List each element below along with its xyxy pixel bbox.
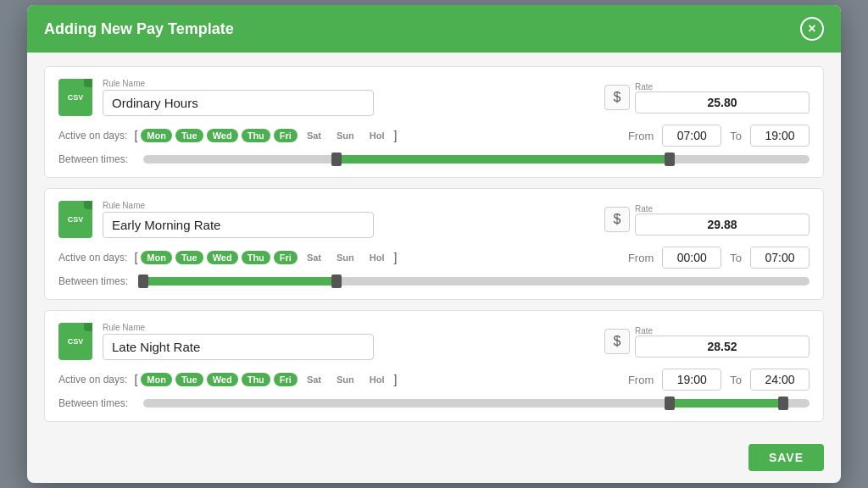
day-pill-late-night-sun[interactable]: Sun <box>331 373 360 386</box>
active-days-label-ordinary-hours: Active on days: <box>58 130 127 141</box>
day-pill-early-morning-sat[interactable]: Sat <box>301 251 327 264</box>
from-label-ordinary-hours: From <box>628 130 654 142</box>
csv-icon-late-night: CSV <box>58 323 92 360</box>
slider-fill-early-morning <box>143 277 337 286</box>
rate-value-ordinary-hours[interactable] <box>635 92 810 114</box>
day-pill-early-morning-thu[interactable]: Thu <box>242 251 270 264</box>
bracket-close-early-morning: ] <box>394 251 398 264</box>
days-group-late-night: [MonTueWedThuFriSatSunHol] <box>134 373 397 386</box>
rate-box-late-night: Rate <box>635 326 810 358</box>
dollar-icon-ordinary-hours: $ <box>604 85 630 110</box>
modal-footer: SAVE <box>27 435 841 483</box>
name-group-early-morning: Rule Name <box>103 201 594 238</box>
slider-thumb2-ordinary-hours[interactable] <box>665 152 675 166</box>
dollar-icon-early-morning: $ <box>604 207 630 232</box>
day-pill-ordinary-hours-hol[interactable]: Hol <box>364 129 391 142</box>
rate-value-early-morning[interactable] <box>635 214 810 236</box>
between-label-ordinary-hours: Between times: <box>58 153 135 165</box>
day-pill-late-night-mon[interactable]: Mon <box>141 373 172 386</box>
name-input-ordinary-hours[interactable] <box>103 90 374 116</box>
rule-top-early-morning: CSVRule Name$Rate <box>58 201 810 238</box>
day-pill-ordinary-hours-sat[interactable]: Sat <box>301 129 327 142</box>
days-group-early-morning: [MonTueWedThuFriSatSunHol] <box>134 251 397 264</box>
days-row-ordinary-hours: Active on days:[MonTueWedThuFriSatSunHol… <box>58 125 810 147</box>
day-pill-early-morning-tue[interactable]: Tue <box>175 251 203 264</box>
between-label-early-morning: Between times: <box>58 275 135 287</box>
rate-box-ordinary-hours: Rate <box>635 82 810 114</box>
to-input-early-morning[interactable] <box>750 247 810 269</box>
day-pill-late-night-sat[interactable]: Sat <box>301 373 327 386</box>
from-label-early-morning: From <box>628 252 654 264</box>
name-label-early-morning: Rule Name <box>103 201 594 210</box>
between-row-ordinary-hours: Between times: <box>58 153 810 165</box>
day-pill-early-morning-sun[interactable]: Sun <box>331 251 360 264</box>
day-pill-ordinary-hours-thu[interactable]: Thu <box>242 129 270 142</box>
name-input-late-night[interactable] <box>103 334 374 360</box>
slider-fill-ordinary-hours <box>337 155 670 164</box>
modal-body: CSVRule Name$RateActive on days:[MonTueW… <box>27 53 841 435</box>
rate-value-late-night[interactable] <box>635 336 810 358</box>
to-label-early-morning: To <box>730 252 742 264</box>
days-row-early-morning: Active on days:[MonTueWedThuFriSatSunHol… <box>58 247 810 269</box>
day-pill-ordinary-hours-mon[interactable]: Mon <box>141 129 172 142</box>
time-section-late-night: FromTo <box>628 369 810 391</box>
from-input-early-morning[interactable] <box>662 247 721 269</box>
day-pill-late-night-thu[interactable]: Thu <box>242 373 270 386</box>
name-group-late-night: Rule Name <box>103 323 594 360</box>
bracket-open-early-morning: [ <box>134 251 137 264</box>
between-row-early-morning: Between times: <box>58 275 810 287</box>
day-pill-early-morning-mon[interactable]: Mon <box>141 251 172 264</box>
day-pill-early-morning-hol[interactable]: Hol <box>364 251 391 264</box>
slider-track-early-morning[interactable] <box>143 277 810 286</box>
rule-card-late-night: CSVRule Name$RateActive on days:[MonTueW… <box>44 310 824 422</box>
days-row-late-night: Active on days:[MonTueWedThuFriSatSunHol… <box>58 369 810 391</box>
rate-group-ordinary-hours: $Rate <box>604 82 810 114</box>
rate-label-ordinary-hours: Rate <box>635 82 810 92</box>
to-input-ordinary-hours[interactable] <box>750 125 810 147</box>
name-group-ordinary-hours: Rule Name <box>103 79 594 116</box>
rate-box-early-morning: Rate <box>635 204 810 236</box>
time-section-ordinary-hours: FromTo <box>628 125 810 147</box>
bracket-close-late-night: ] <box>394 373 398 386</box>
slider-thumb2-late-night[interactable] <box>778 396 788 410</box>
slider-fill-late-night <box>670 399 783 408</box>
rate-label-early-morning: Rate <box>635 204 810 214</box>
rate-group-early-morning: $Rate <box>604 204 810 236</box>
rule-top-late-night: CSVRule Name$Rate <box>58 323 810 360</box>
to-input-late-night[interactable] <box>750 369 810 391</box>
save-button[interactable]: SAVE <box>748 444 824 471</box>
between-label-late-night: Between times: <box>58 397 135 409</box>
rule-card-early-morning: CSVRule Name$RateActive on days:[MonTueW… <box>44 188 824 300</box>
name-label-ordinary-hours: Rule Name <box>103 79 594 88</box>
slider-track-ordinary-hours[interactable] <box>143 155 810 164</box>
bracket-close-ordinary-hours: ] <box>394 129 398 142</box>
slider-thumb2-early-morning[interactable] <box>331 274 342 288</box>
modal-header: Adding New Pay Template × <box>27 5 841 53</box>
day-pill-ordinary-hours-fri[interactable]: Fri <box>274 129 298 142</box>
day-pill-late-night-tue[interactable]: Tue <box>175 373 203 386</box>
time-section-early-morning: FromTo <box>628 247 810 269</box>
day-pill-ordinary-hours-wed[interactable]: Wed <box>207 129 238 142</box>
from-input-late-night[interactable] <box>662 369 721 391</box>
name-input-early-morning[interactable] <box>103 212 374 238</box>
close-button[interactable]: × <box>800 17 824 41</box>
from-label-late-night: From <box>628 374 654 386</box>
bracket-open-late-night: [ <box>134 373 137 386</box>
from-input-ordinary-hours[interactable] <box>662 125 721 147</box>
slider-thumb1-ordinary-hours[interactable] <box>331 152 342 166</box>
day-pill-ordinary-hours-sun[interactable]: Sun <box>331 129 360 142</box>
day-pill-early-morning-fri[interactable]: Fri <box>274 251 298 264</box>
rule-top-ordinary-hours: CSVRule Name$Rate <box>58 79 810 116</box>
slider-track-late-night[interactable] <box>143 399 810 408</box>
rule-card-ordinary-hours: CSVRule Name$RateActive on days:[MonTueW… <box>44 66 824 178</box>
day-pill-late-night-wed[interactable]: Wed <box>207 373 238 386</box>
day-pill-ordinary-hours-tue[interactable]: Tue <box>175 129 203 142</box>
rate-group-late-night: $Rate <box>604 326 810 358</box>
dollar-icon-late-night: $ <box>604 329 630 354</box>
day-pill-late-night-hol[interactable]: Hol <box>364 373 391 386</box>
day-pill-late-night-fri[interactable]: Fri <box>274 373 298 386</box>
active-days-label-early-morning: Active on days: <box>58 252 127 263</box>
slider-thumb1-late-night[interactable] <box>665 396 675 410</box>
slider-thumb1-early-morning[interactable] <box>138 274 148 288</box>
day-pill-early-morning-wed[interactable]: Wed <box>207 251 238 264</box>
